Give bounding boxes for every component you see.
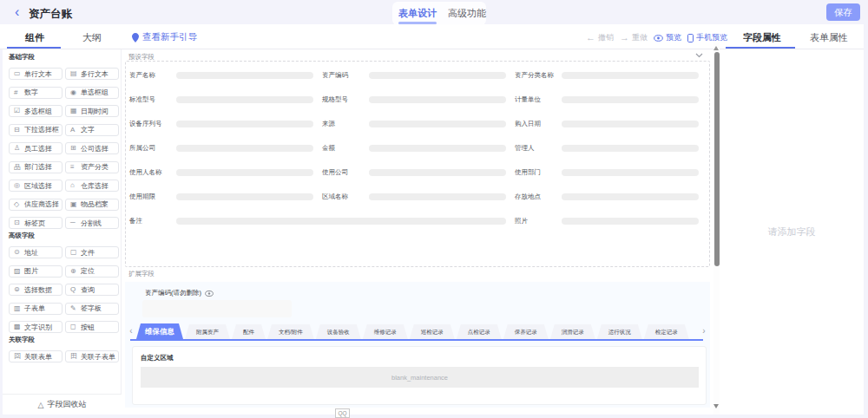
tab-components[interactable]: 组件 [25,31,44,44]
field-type-item[interactable]: ▩文字识别 [9,321,62,333]
preset-field[interactable]: 设备序列号 [129,120,313,128]
field-type-item[interactable]: ⊕定位 [65,265,119,278]
field-type-item[interactable]: ⊙地址 [9,246,62,258]
preset-field[interactable]: 资产编码 [322,71,506,80]
field-type-item[interactable]: 田关联子表单 [65,350,119,362]
supplier-select-icon: ◇ [14,201,22,208]
field-type-label: 关联子表单 [81,352,115,362]
field-type-item[interactable]: ▦日期时间 [65,105,119,117]
preset-field-placeholder-bar [562,96,699,103]
preset-field[interactable]: 使用人名称 [129,168,313,177]
detail-tab[interactable]: 润滑记录 [550,324,595,339]
field-type-item[interactable]: Q查询 [65,284,119,296]
eye-icon [654,35,663,42]
preset-field[interactable]: 资产分类名称 [515,71,699,80]
field-type-item[interactable]: ≡资产分类 [65,161,119,173]
back-icon[interactable]: ‹ [15,4,19,20]
tabs-scroll-right-icon[interactable]: › [700,323,708,339]
undo-button[interactable]: ←撤销 [586,32,614,43]
field-type-item[interactable]: 品部门选择 [9,161,62,173]
tab-form-design[interactable]: 表单设计 [398,7,437,20]
field-type-item[interactable]: ⊜选择数据 [9,284,62,296]
detail-tab[interactable]: 巡检记录 [410,324,455,339]
field-type-item[interactable]: ⌂仓库选择 [65,180,119,192]
preset-field[interactable]: 使用公司 [322,168,506,177]
field-type-item[interactable]: ▣物品档案 [65,199,119,211]
preset-field[interactable]: 备注 [129,217,506,225]
preset-field[interactable]: 计量单位 [515,95,699,104]
detail-tab[interactable]: 检定记录 [644,324,689,339]
field-type-item[interactable]: ▥子表单 [9,303,62,315]
field-type-item[interactable]: ▨图片 [9,265,62,278]
asset-code-input[interactable] [142,300,292,317]
visibility-eye-icon[interactable] [205,291,214,297]
field-type-item[interactable]: A文字 [65,124,119,136]
field-type-item[interactable]: ◎区域选择 [9,180,62,192]
detail-tab[interactable]: 设备验收 [316,324,361,339]
field-type-item[interactable]: ⊡标签页 [9,217,62,229]
field-type-item[interactable]: 回关联表单 [9,350,62,362]
preset-field[interactable]: 照片 [515,217,699,225]
field-type-item[interactable]: ◉单选框组 [65,87,119,99]
field-type-item[interactable]: ☑多选框组 [9,105,62,117]
field-type-item[interactable]: ▤多行文本 [65,68,119,80]
field-type-item[interactable]: ✎签字板 [65,303,119,315]
scrollbar-thumb[interactable] [714,52,720,266]
preset-field[interactable]: 存放地点 [515,193,699,201]
field-type-item[interactable]: ⊟下拉选择框 [9,124,62,136]
tab-advanced-features[interactable]: 高级功能 [448,7,486,20]
extend-fields-panel: 资产编码(请勿删除) ‹ 维保信息附属资产配件文档/附件设备验收维修记录巡检记录… [125,282,710,408]
preset-field[interactable]: 购入日期 [515,120,699,128]
preview-button[interactable]: 预览 [654,32,681,43]
preset-field[interactable]: 资产名称 [129,71,313,80]
main-scrollbar[interactable] [713,42,720,415]
preset-field[interactable]: 来源 [322,120,506,128]
preset-field[interactable]: 使用期限 [129,193,313,201]
detail-tab[interactable]: 维保信息 [136,323,183,339]
custom-area-placeholder[interactable]: blank_maintenance [141,367,699,388]
scrollbar-up-arrow[interactable] [713,46,719,50]
field-type-label: 按钮 [81,323,95,332]
redo-button[interactable]: →重做 [620,32,648,43]
region-select-icon: ◎ [14,182,22,189]
qq-widget[interactable]: QQ [335,408,350,418]
detail-tab[interactable]: 文档/附件 [267,324,314,339]
preset-field[interactable]: 标准型号 [129,95,313,104]
mobile-preview-button[interactable]: 手机预览 [687,32,727,43]
field-type-item[interactable]: ▢文件 [65,246,119,258]
preset-field[interactable]: 区域名称 [322,193,506,201]
detail-tab[interactable]: 维修记录 [363,324,408,339]
preset-field[interactable]: 使用部门 [515,168,699,177]
detail-tab[interactable]: 点检记录 [457,324,502,339]
field-recycle-bin[interactable]: △ 字段回收站 [3,394,122,415]
save-button[interactable]: 保存 [826,3,860,21]
field-type-item[interactable]: ─分割线 [65,217,119,229]
field-type-item[interactable]: ♙员工选择 [9,142,62,154]
field-type-item[interactable]: ◻按钮 [65,321,119,333]
field-type-item[interactable]: #数字 [9,87,62,99]
tab-form-properties[interactable]: 表单属性 [810,31,848,44]
newbie-guide-link[interactable]: 查看新手引导 [132,31,197,43]
detail-tab[interactable]: 配件 [232,324,266,339]
detail-tab[interactable]: 附属资产 [185,324,230,339]
detail-tab[interactable]: 保养记录 [503,324,549,339]
detail-tab[interactable]: 运行状况 [597,324,642,339]
tab-field-properties[interactable]: 字段属性 [743,31,781,44]
field-type-item[interactable]: ▭单行文本 [9,68,62,80]
preset-field-placeholder-bar [369,72,506,79]
collapse-chevron-icon[interactable] [695,53,703,58]
field-type-label: 标签页 [24,219,45,228]
field-type-label: 选择数据 [24,285,52,295]
preset-field[interactable]: 规格型号 [322,95,506,104]
preset-field[interactable]: 所属公司 [129,144,313,153]
field-type-item[interactable]: ◇供应商选择 [9,199,62,211]
sidebar-section-grid: 回关联表单田关联子表单 [9,350,121,362]
preset-field[interactable]: 管理人 [515,144,699,153]
field-type-item[interactable]: ⊞公司选择 [65,142,119,154]
scrollbar-down-arrow[interactable] [713,404,719,408]
preset-field[interactable]: 金额 [322,144,506,153]
signature-icon: ✎ [70,305,78,312]
tabs-scroll-left-icon[interactable]: ‹ [127,323,135,339]
preset-field-row: 备注照片 [129,209,699,233]
tab-outline[interactable]: 大纲 [82,31,102,44]
